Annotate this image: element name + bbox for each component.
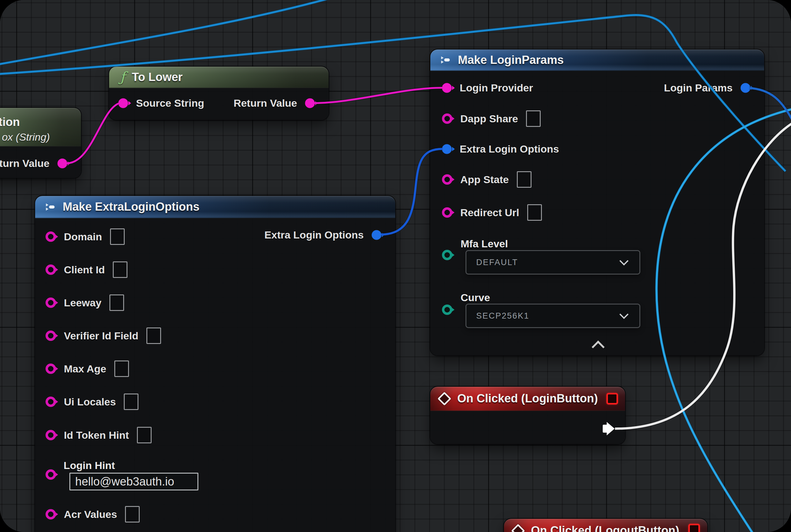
node-get-text-partial[interactable]: tion ox (String) Return Value [0,108,81,178]
make-struct-icon [439,54,452,66]
pin-label-domain: Domain [64,231,102,243]
curve-dropdown[interactable]: SECP256K1 [465,304,640,328]
pin-id-token-hint[interactable] [45,430,56,440]
node-title: Make ExtraLoginOptions [63,200,199,213]
event-diamond-icon [437,392,451,405]
pin-leeway[interactable] [45,298,56,308]
exec-output-pin[interactable] [603,422,615,435]
pin-login-params[interactable] [740,83,750,93]
curve-label: Curve [461,292,490,304]
collapse-node-chevron-icon[interactable] [592,341,604,354]
node-header[interactable]: On Clicked (LogoutButton) [504,519,707,532]
pin-label-dapp-share: Dapp Share [460,113,518,125]
pin-label-return-value: Return Value [0,157,50,169]
pin-label-login-hint: Login Hint [63,459,115,472]
node-title: To Lower [132,71,182,84]
pin-return-value[interactable] [57,158,67,168]
pin-label-client-id: Client Id [64,264,105,276]
pin-extra-login-options-out[interactable] [372,230,382,240]
node-header[interactable]: ƒ To Lower [109,66,329,88]
login-hint-input[interactable]: hello@web3auth.io [70,473,198,490]
pin-label-verifier-id-field: Verifier Id Field [64,330,138,342]
checkbox-max-age[interactable] [114,360,129,377]
delegate-pin-icon[interactable] [606,393,618,404]
node-header[interactable]: Make ExtraLoginOptions [35,196,395,218]
pin-mfa-level[interactable] [442,250,452,260]
node-subtitle: ox (String) [0,131,50,143]
mfa-level-label: Mfa Level [461,238,508,250]
checkbox-domain[interactable] [110,228,125,245]
node-header[interactable]: On Clicked (LoginButton) [430,387,625,411]
checkbox-dapp-share[interactable] [526,110,541,127]
pin-label-max-age: Max Age [64,363,107,375]
pin-label-extra-login-options-in: Extra Login Options [460,143,559,155]
pin-label-login-params: Login Params [664,82,733,94]
checkbox-verifier-id-field[interactable] [147,327,161,344]
checkbox-redirect-url[interactable] [527,204,542,221]
mfa-level-dropdown[interactable]: DEFAULT [465,250,640,274]
make-struct-icon [44,201,57,213]
pin-login-provider[interactable] [442,83,452,93]
pin-return-value[interactable] [305,98,315,108]
node-header[interactable]: Make LoginParams [430,50,764,71]
node-title: tion [0,116,20,129]
pin-label-leeway: Leeway [64,297,101,309]
pin-redirect-url[interactable] [442,207,452,218]
function-icon: ƒ [120,70,125,84]
node-make-extra-login-options[interactable]: Make ExtraLoginOptions Extra Login Optio… [35,196,395,532]
pin-extra-login-options-in[interactable] [442,144,452,154]
pin-curve[interactable] [442,305,452,315]
pin-ui-locales[interactable] [45,397,56,407]
pin-domain[interactable] [45,231,56,242]
pin-label-id-token-hint: Id Token Hint [64,429,129,441]
node-make-login-params[interactable]: Make LoginParams Login Provider Login Pa… [430,50,764,355]
pin-login-hint[interactable] [45,469,56,480]
mfa-level-value: DEFAULT [466,258,518,267]
pin-verifier-id-field[interactable] [45,330,56,341]
node-on-clicked-login-button[interactable]: On Clicked (LoginButton) [430,387,625,444]
pin-label-app-state: App State [460,174,509,186]
pin-app-state[interactable] [442,174,452,185]
pin-dapp-share[interactable] [442,113,452,124]
pin-label-login-provider: Login Provider [460,82,533,94]
pin-label-extra-login-options-out: Extra Login Options [264,229,364,241]
login-hint-value: hello@web3auth.io [75,475,174,488]
pin-source-string[interactable] [118,98,128,108]
node-to-lower[interactable]: ƒ To Lower Source String Return Value [109,66,329,120]
node-title: On Clicked (LogoutButton) [531,524,679,532]
node-title: On Clicked (LoginButton) [457,392,598,405]
node-title: Make LoginParams [458,54,564,66]
pin-acr-values[interactable] [45,509,56,519]
checkbox-client-id[interactable] [113,261,128,278]
event-diamond-icon [511,524,525,532]
curve-value: SECP256K1 [466,311,529,321]
checkbox-app-state[interactable] [517,171,532,188]
chevron-down-icon [619,310,629,319]
checkbox-ui-locales[interactable] [124,394,138,410]
pin-label-return-value: Return Value [233,97,297,109]
pin-max-age[interactable] [45,363,56,374]
checkbox-leeway[interactable] [110,294,124,311]
pin-label-redirect-url: Redirect Url [460,207,519,218]
pin-label-acr-values: Acr Values [64,509,117,520]
pin-label-ui-locales: Ui Locales [64,396,116,408]
pin-client-id[interactable] [45,264,56,275]
node-on-clicked-logout-button[interactable]: On Clicked (LogoutButton) [504,519,707,532]
checkbox-id-token-hint[interactable] [137,427,152,443]
delegate-pin-icon[interactable] [688,524,700,532]
checkbox-acr-values[interactable] [125,506,140,522]
chevron-down-icon [619,256,629,266]
blueprint-editor-viewport: tion ox (String) Return Value ƒ To Lower… [0,0,791,532]
pin-label-source-string: Source String [136,97,204,109]
